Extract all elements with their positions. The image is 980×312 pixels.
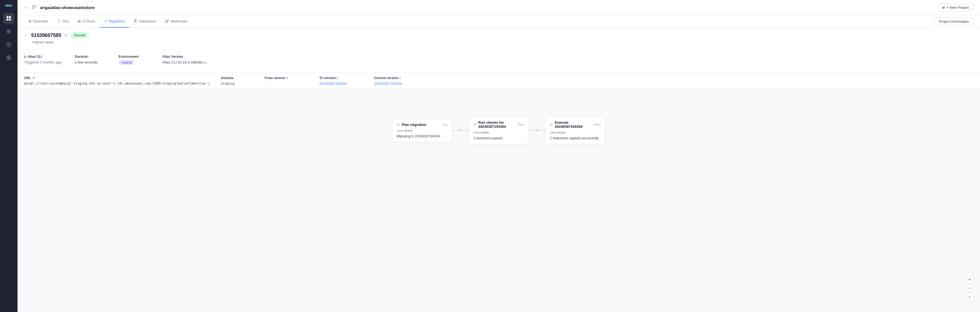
page-title: ariga/atlas-showcase/estore bbox=[40, 5, 934, 10]
tab-overview[interactable]: ⊞ Overview bbox=[24, 15, 52, 28]
url-col: URL ↗ mysql://root:xxxxx@mysql-staging.e… bbox=[24, 76, 210, 85]
ci-icon: ⊠ bbox=[78, 19, 81, 23]
project-info-button[interactable]: Project Information bbox=[934, 18, 974, 26]
run-header: ← 51539607585 ⧉ Passed migrate apply ▷ A… bbox=[18, 28, 980, 73]
node-checks-body: 3 assertions passed bbox=[473, 136, 524, 140]
node-checks-toggle[interactable]: Less details bbox=[473, 131, 524, 134]
sidebar: atlas bbox=[0, 0, 18, 312]
doc-icon: 📄 bbox=[57, 19, 61, 23]
run-id: 51539607585 bbox=[31, 32, 61, 38]
node-checks-time: 75ms bbox=[517, 123, 524, 126]
plus-icon: ⊕ bbox=[942, 5, 945, 10]
from-version-value: — bbox=[265, 82, 309, 85]
flow-node-execute: ✓ Execute 20240307104354 49ms Less detai… bbox=[545, 116, 605, 144]
from-version-info-icon: ℹ bbox=[286, 76, 288, 80]
svg-point-10 bbox=[8, 57, 10, 59]
current-version-col: Current version ℹ 20240307104354 bbox=[374, 76, 418, 86]
db-icon: 🗄 bbox=[134, 19, 137, 23]
content-area: ← 51539607585 ⧉ Passed migrate apply ▷ A… bbox=[18, 28, 980, 312]
flow-connector-1 bbox=[452, 129, 469, 131]
zoom-controls: + − ⤢ bbox=[966, 276, 974, 301]
tab-ci-runs[interactable]: ⊠ CI Runs bbox=[73, 15, 100, 28]
status-badge: Passed bbox=[70, 32, 89, 38]
svg-point-12 bbox=[32, 8, 33, 9]
to-version-info-icon: ℹ bbox=[337, 76, 338, 80]
zoom-in-button[interactable]: + bbox=[966, 276, 974, 283]
node-plan-toggle[interactable]: Less details bbox=[397, 129, 448, 132]
url-value: mysql://root:xxxxx@mysql-staging.ent.us-… bbox=[24, 82, 210, 85]
external-link-icon: ↗ bbox=[32, 76, 35, 80]
flow-node-checks: ✓ Run checks for 20240307104354 75ms Les… bbox=[469, 116, 529, 144]
svg-rect-1 bbox=[9, 16, 11, 18]
tab-databases[interactable]: 🗄 Databases bbox=[129, 15, 160, 28]
to-version-col: To version ℹ 20240307104354 bbox=[320, 76, 363, 86]
url-section: URL ↗ mysql://root:xxxxx@mysql-staging.e… bbox=[18, 73, 980, 89]
run-subtitle: migrate apply bbox=[32, 40, 974, 44]
node-execute-time: 49ms bbox=[593, 123, 601, 126]
check-icon-checks: ✓ bbox=[473, 122, 477, 127]
node-plan-time: 1μs bbox=[443, 123, 448, 126]
webhooks-icon: 🔗 bbox=[165, 19, 169, 23]
svg-point-11 bbox=[32, 5, 33, 6]
current-version-info-icon: ℹ bbox=[399, 76, 401, 80]
check-icon-plan: ✓ bbox=[397, 122, 400, 127]
cli-icon: ▷ bbox=[24, 55, 27, 59]
from-version-col: From version ℹ — bbox=[265, 76, 309, 85]
new-project-button[interactable]: ⊕ + New Project bbox=[937, 3, 974, 11]
to-version-value[interactable]: 20240307104354 bbox=[320, 82, 363, 86]
node-plan-body: Migrating to 20240307104354 bbox=[397, 134, 448, 138]
tab-doc[interactable]: 📄 Doc bbox=[52, 15, 73, 28]
schema-value: staging bbox=[221, 82, 254, 85]
topbar: ← ariga/atlas-showcase/estore ⊕ + New Pr… bbox=[18, 0, 980, 15]
nav-tabs: ⊞ Overview 📄 Doc ⊠ CI Runs ↗ Migrations … bbox=[18, 15, 980, 28]
copy-icon[interactable]: ⧉ bbox=[65, 33, 67, 37]
node-execute-toggle[interactable]: Less details bbox=[550, 131, 601, 134]
meta-source-value: Triggered 5 months ago bbox=[24, 60, 62, 64]
zoom-out-button[interactable]: − bbox=[966, 285, 974, 292]
meta-environment: Environment staging bbox=[112, 51, 156, 68]
meta-source: ▷ Atlas CLI Triggered 5 months ago bbox=[24, 51, 68, 68]
svg-rect-5 bbox=[7, 31, 11, 32]
meta-duration-value: a few seconds bbox=[75, 60, 105, 64]
svg-rect-4 bbox=[7, 30, 11, 30]
meta-version-value: Atlas CLI v0.19.3-cfa638c-c... bbox=[162, 60, 209, 64]
topbar-branch-icon bbox=[32, 5, 37, 11]
svg-rect-0 bbox=[6, 16, 8, 18]
check-icon-execute: ✓ bbox=[550, 122, 553, 127]
sidebar-icon-list[interactable] bbox=[3, 26, 14, 37]
app-logo: atlas bbox=[5, 3, 12, 7]
schema-col: Schema staging bbox=[221, 76, 254, 85]
migrations-icon: ↗ bbox=[104, 19, 107, 23]
flow-node-plan: ✓ Plan migration 1μs Less details Migrat… bbox=[392, 118, 452, 142]
svg-point-13 bbox=[35, 5, 36, 6]
svg-rect-2 bbox=[6, 19, 8, 21]
node-execute-body: 2 statements applied successfully bbox=[550, 136, 601, 140]
sidebar-icon-circle[interactable] bbox=[3, 52, 14, 63]
sidebar-icon-grid[interactable] bbox=[3, 13, 14, 24]
main-area: ← ariga/atlas-showcase/estore ⊕ + New Pr… bbox=[18, 0, 980, 312]
tab-migrations[interactable]: ↗ Migrations bbox=[100, 15, 129, 28]
tab-webhooks[interactable]: 🔗 Webhooks bbox=[160, 15, 192, 28]
svg-rect-6 bbox=[7, 32, 11, 33]
url-label-text: URL bbox=[24, 76, 31, 80]
flow-connector-2 bbox=[529, 129, 545, 131]
svg-marker-8 bbox=[8, 44, 10, 45]
run-meta: ▷ Atlas CLI Triggered 5 months ago Durat… bbox=[24, 47, 974, 68]
zoom-fit-button[interactable]: ⤢ bbox=[966, 293, 974, 301]
meta-atlas-version: Atlas Version Atlas CLI v0.19.3-cfa638c-… bbox=[156, 51, 216, 68]
svg-rect-3 bbox=[9, 19, 11, 21]
meta-env-value: staging bbox=[119, 60, 149, 64]
run-back-button[interactable]: ← bbox=[24, 33, 28, 37]
copy-url-icon[interactable]: ⧉ bbox=[208, 82, 210, 85]
flow-diagram: ✓ Plan migration 1μs Less details Migrat… bbox=[18, 89, 980, 171]
sidebar-icon-play[interactable] bbox=[3, 39, 14, 50]
overview-icon: ⊞ bbox=[29, 19, 32, 23]
meta-duration: Duration a few seconds bbox=[68, 51, 112, 68]
topbar-back-button[interactable]: ← bbox=[24, 5, 29, 10]
current-version-value[interactable]: 20240307104354 bbox=[374, 82, 418, 86]
flow-nodes: ✓ Plan migration 1μs Less details Migrat… bbox=[392, 116, 605, 144]
